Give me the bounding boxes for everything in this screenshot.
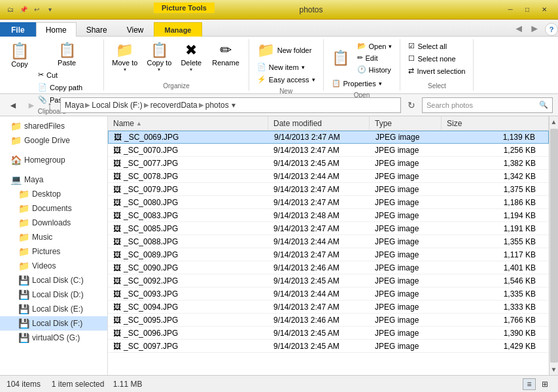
sidebar-item-music[interactable]: 📁 Music	[0, 230, 107, 244]
file-name-cell: 🖼 _SC_0083.JPG	[108, 210, 268, 221]
history-button[interactable]: 🕐 History	[355, 64, 395, 75]
tab-home[interactable]: Home	[36, 22, 77, 37]
edit-button[interactable]: ✏ Edit	[355, 52, 395, 63]
dropdown-arrow-icon[interactable]: ▾	[44, 5, 55, 15]
help-button[interactable]: ?	[545, 23, 558, 36]
copy-path-button[interactable]: 📄 Copy path	[35, 82, 98, 93]
col-header-type[interactable]: Type	[370, 116, 442, 130]
delete-button[interactable]: ✖ Delete ▾	[178, 41, 204, 74]
view-details-button[interactable]: ≡	[523, 378, 536, 390]
table-row[interactable]: 🖼 _SC_0093.JPG 9/14/2013 2:44 AM JPEG im…	[108, 287, 549, 301]
table-row[interactable]: 🖼 _SC_0080.JPG 9/14/2013 2:47 AM JPEG im…	[108, 196, 549, 209]
col-header-size[interactable]: Size	[442, 116, 549, 130]
sidebar-item-downloads[interactable]: 📁 Downloads	[0, 216, 107, 230]
move-to-button[interactable]: 📁 Move to ▾	[109, 41, 140, 74]
easy-access-button[interactable]: ⚡ Easy access ▾	[254, 74, 318, 85]
table-row[interactable]: 🖼 _SC_0094.JPG 9/14/2013 2:47 AM JPEG im…	[108, 301, 549, 314]
sidebar-item-diskd[interactable]: 💾 Local Disk (D:)	[0, 287, 107, 302]
file-name: _SC_0085.JPG	[124, 224, 178, 233]
invert-selection-button[interactable]: ⇄ Invert selection	[406, 65, 468, 76]
col-header-date[interactable]: Date modified	[268, 116, 370, 130]
maximize-button[interactable]: □	[519, 3, 536, 16]
table-row[interactable]: 🖼 _SC_0085.JPG 9/14/2013 2:47 AM JPEG im…	[108, 222, 549, 235]
sidebar-item-shared[interactable]: 📁 sharedFiles	[0, 119, 107, 133]
search-box[interactable]: Search photos 🔍	[422, 97, 553, 113]
table-row[interactable]: 🖼 _SC_0097.JPG 9/14/2013 2:45 AM JPEG im…	[108, 340, 549, 353]
table-row[interactable]: 🖼 _SC_0092.JPG 9/14/2013 2:45 AM JPEG im…	[108, 274, 549, 287]
table-row[interactable]: 🖼 _SC_0069.JPG 9/14/2013 2:47 AM JPEG im…	[108, 131, 549, 144]
rename-button[interactable]: ✏ Rename	[208, 41, 243, 68]
minimize-button[interactable]: ─	[502, 3, 519, 16]
sidebar-item-virtual[interactable]: 💾 virtualOS (G:)	[0, 331, 107, 345]
tab-view[interactable]: View	[117, 22, 154, 37]
table-row[interactable]: 🖼 _SC_0078.JPG 9/14/2013 2:44 AM JPEG im…	[108, 170, 549, 183]
table-row[interactable]: 🖼 _SC_0088.JPG 9/14/2013 2:44 AM JPEG im…	[108, 235, 549, 248]
ribbon-scroll-left[interactable]: ◄	[511, 22, 527, 36]
new-item-arrow: ▾	[302, 64, 305, 71]
cut-button[interactable]: ✂ Cut	[35, 69, 98, 80]
properties-button[interactable]: 📋	[329, 48, 352, 68]
new-folder-button[interactable]: 📁 New folder	[254, 41, 315, 60]
move-to-label: Move to	[112, 59, 137, 67]
forward-button[interactable]: ►	[24, 97, 39, 113]
file-icon: 🖼	[113, 263, 121, 272]
file-size-cell: 1,766 KB	[442, 314, 549, 326]
scroll-down-button[interactable]: ▼	[549, 364, 558, 375]
rename-label: Rename	[212, 59, 239, 67]
select-all-button[interactable]: ☑ Select all	[406, 41, 449, 52]
undo-icon[interactable]: ↩	[31, 5, 42, 15]
file-type-cell: JPEG image	[370, 262, 442, 274]
sidebar-item-videos[interactable]: 📁 Videos	[0, 259, 107, 273]
sidebar-item-maya[interactable]: 💻 Maya	[0, 172, 107, 187]
copy-button-large[interactable]: 📋 Copy	[5, 41, 34, 69]
table-row[interactable]: 🖼 _SC_0079.JPG 9/14/2013 2:47 AM JPEG im…	[108, 183, 549, 196]
sidebar-item-diske[interactable]: 💾 Local Disk (E:)	[0, 302, 107, 316]
open-button[interactable]: 📂 Open ▾	[355, 41, 395, 52]
tab-share[interactable]: Share	[77, 22, 117, 37]
tab-file[interactable]: File	[0, 22, 36, 37]
sidebar-item-documents[interactable]: 📁 Documents	[0, 201, 107, 216]
tab-manage[interactable]: Manage	[154, 22, 203, 37]
new-folder-icon: 📁	[257, 42, 275, 59]
sidebar-item-desktop[interactable]: 📁 Desktop	[0, 187, 107, 201]
open-group: 📋 📂 Open ▾ ✏ Edit 🕐 History	[324, 39, 401, 91]
sidebar-item-pictures[interactable]: 📁 Pictures	[0, 244, 107, 259]
table-row[interactable]: 🖼 _SC_0096.JPG 9/14/2013 2:45 AM JPEG im…	[108, 327, 549, 340]
sidebar-item-homegroup[interactable]: 🏠 Homegroup	[0, 153, 107, 167]
up-button[interactable]: ↑	[42, 97, 58, 113]
address-dropdown-arrow[interactable]: ▾	[232, 101, 235, 110]
new-folder-label: New folder	[277, 46, 312, 54]
file-date-cell: 9/14/2013 2:47 AM	[268, 301, 370, 313]
table-row[interactable]: 🖼 _SC_0083.JPG 9/14/2013 2:48 AM JPEG im…	[108, 209, 549, 222]
copy-to-arrow: ▾	[158, 67, 160, 73]
sidebar-item-diskc[interactable]: 💾 Local Disk (C:)	[0, 273, 107, 287]
table-row[interactable]: 🖼 _SC_0095.JPG 9/14/2013 2:46 AM JPEG im…	[108, 314, 549, 327]
table-row[interactable]: 🖼 _SC_0077.JPG 9/14/2013 2:45 AM JPEG im…	[108, 157, 549, 170]
table-row[interactable]: 🖼 _SC_0089.JPG 9/14/2013 2:47 AM JPEG im…	[108, 248, 549, 261]
select-none-button[interactable]: ☐ Select none	[406, 53, 458, 64]
close-button[interactable]: ✕	[536, 3, 553, 16]
sidebar-item-diskf[interactable]: 💾 Local Disk (F:)	[0, 316, 107, 331]
table-row[interactable]: 🖼 _SC_0070.JPG 9/14/2013 2:47 AM JPEG im…	[108, 144, 549, 157]
file-size-cell: 1,333 KB	[442, 301, 549, 313]
new-item-button[interactable]: 📄 New item ▾	[254, 61, 307, 73]
properties-label-button[interactable]: 📋 Properties ▾	[329, 78, 385, 89]
view-large-button[interactable]: ⊞	[538, 378, 551, 390]
file-date-cell: 9/14/2013 2:48 AM	[268, 210, 370, 221]
scroll-thumb[interactable]	[550, 129, 558, 363]
file-size-cell: 1,117 KB	[442, 249, 549, 261]
file-type-cell: JPEG image	[370, 210, 442, 221]
scroll-up-button[interactable]: ▲	[549, 116, 558, 127]
address-path[interactable]: Maya ▶ Local Disk (F:) ▶ recoverdData ▶ …	[60, 97, 401, 113]
open-arrow: ▾	[389, 43, 392, 50]
col-header-name[interactable]: Name ▲	[108, 116, 268, 130]
back-button[interactable]: ◄	[5, 97, 21, 113]
vertical-scrollbar[interactable]: ▲ ▼	[549, 116, 558, 375]
refresh-button[interactable]: ↻	[404, 97, 419, 113]
ribbon-scroll-right[interactable]: ►	[527, 22, 542, 36]
file-icon: 🖼	[113, 185, 121, 194]
sidebar-item-googledrive[interactable]: 📁 Google Drive	[0, 133, 107, 148]
table-row[interactable]: 🖼 _SC_0090.JPG 9/14/2013 2:46 AM JPEG im…	[108, 261, 549, 274]
copy-to-button[interactable]: 📋 Copy to ▾	[144, 41, 174, 74]
paste-button[interactable]: 📋 Paste	[35, 41, 98, 68]
